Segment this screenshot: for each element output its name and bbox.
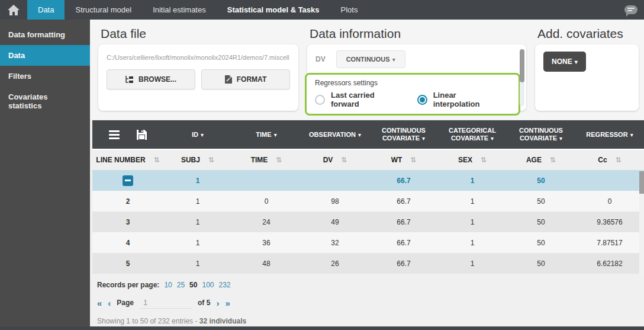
sidebar-item-data-formatting[interactable]: Data formatting xyxy=(0,24,90,45)
document-edit-icon xyxy=(225,75,232,84)
col-header-line-number[interactable]: LINE NUMBER⇅ xyxy=(92,156,163,164)
home-icon xyxy=(8,5,20,15)
top-navigation-bar: Data Structural model Initial estimates … xyxy=(0,0,644,20)
home-button[interactable] xyxy=(0,0,27,20)
col-header-subj[interactable]: SUBJ⇅ xyxy=(163,156,232,164)
dv-type-value: CONTINUOUS xyxy=(346,56,390,63)
showing-summary: Showing 1 to 50 of 232 entries - 32 indi… xyxy=(97,317,644,325)
chat-bubble-icon xyxy=(624,5,637,14)
records-per-page: Records per page: 10 25 50 100 232 xyxy=(97,281,644,289)
tab-statistical-model-tasks[interactable]: Statistical model & Tasks xyxy=(217,0,330,20)
dv-label: DV xyxy=(315,55,326,63)
add-covariates-value: NONE xyxy=(552,57,572,66)
type-dropdown-id[interactable]: ID▾ xyxy=(163,131,232,139)
first-page-button[interactable]: « xyxy=(97,298,102,308)
chevron-down-icon: ▾ xyxy=(274,132,277,138)
regressors-options: Last carried forward Linear interpolatio… xyxy=(315,91,511,108)
scrollbar-thumb[interactable] xyxy=(639,171,644,194)
chevron-down-icon: ▾ xyxy=(422,135,425,142)
regressors-settings-highlight: Regressors settings Last carried forward… xyxy=(305,73,520,116)
sort-icon[interactable]: ⇅ xyxy=(481,156,487,164)
tab-data[interactable]: Data xyxy=(27,0,65,20)
col-header-dv[interactable]: DV⇅ xyxy=(301,156,369,164)
dv-type-dropdown[interactable]: CONTINUOUS▾ xyxy=(336,50,405,68)
sort-icon[interactable]: ⇅ xyxy=(341,156,347,164)
records-option-100[interactable]: 100 xyxy=(202,281,214,289)
sort-icon[interactable]: ⇅ xyxy=(208,156,214,164)
sort-icon[interactable]: ⇅ xyxy=(154,156,160,164)
settings-cards-row: Data file C:/Users/celliere/lixoft/monol… xyxy=(90,20,644,119)
linear-interpolation-label[interactable]: Linear interpolation xyxy=(433,91,498,108)
table-scrollbar[interactable] xyxy=(639,171,644,275)
showing-text: Showing 1 to 50 of 232 entries - xyxy=(97,317,199,325)
type-dropdown-categorical-covariate[interactable]: CATEGORICAL COVARIATE▾ xyxy=(438,127,507,142)
previous-page-button[interactable]: ‹ xyxy=(108,298,111,308)
type-dropdown-regressor[interactable]: REGRESSOR▾ xyxy=(575,131,644,139)
type-dropdown-time[interactable]: TIME▾ xyxy=(232,131,301,139)
browse-button[interactable]: BROWSE... xyxy=(107,69,195,89)
col-header-sex[interactable]: SEX⇅ xyxy=(438,156,507,164)
topbar-spacer xyxy=(368,0,618,20)
collapse-row-button[interactable] xyxy=(123,175,133,186)
table-footer: Records per page: 10 25 50 100 232 « ‹ P… xyxy=(90,274,644,326)
chevron-down-icon: ▾ xyxy=(559,135,562,142)
type-dropdown-continuous-covariate-1[interactable]: CONTINUOUS COVARIATE▾ xyxy=(369,127,438,142)
add-covariates-title: Add. covariates xyxy=(537,27,639,41)
data-information-scrollbar[interactable] xyxy=(520,49,524,106)
col-header-wt[interactable]: WT⇅ xyxy=(369,156,438,164)
table-row[interactable]: 4 1 36 32 66.7 1 50 7.87517 xyxy=(92,232,644,253)
records-option-25[interactable]: 25 xyxy=(177,281,185,289)
sort-icon[interactable]: ⇅ xyxy=(410,156,416,164)
radio-linear-interpolation[interactable] xyxy=(417,95,427,105)
col-header-time[interactable]: TIME⇅ xyxy=(232,156,301,164)
next-page-button[interactable]: › xyxy=(216,298,219,308)
radio-last-carried-forward[interactable] xyxy=(315,95,325,105)
table-row[interactable]: 3 1 24 49 66.7 1 50 9.36576 xyxy=(92,212,644,232)
page-number-input[interactable] xyxy=(140,297,192,309)
column-type-header-row: ID▾ TIME▾ OBSERVATION▾ CONTINUOUS COVARI… xyxy=(92,120,644,149)
save-icon[interactable] xyxy=(137,130,147,140)
table-row[interactable]: 1 66.7 1 50 xyxy=(92,170,644,191)
data-information-section: Data information DV CONTINUOUS▾ Regresso… xyxy=(307,25,526,111)
pager: « ‹ Page of 5 › » xyxy=(97,297,644,309)
table-tools-cell xyxy=(92,120,163,149)
col-header-age[interactable]: AGE⇅ xyxy=(507,156,575,164)
add-covariates-card: NONE▾ xyxy=(535,44,639,111)
tab-plots[interactable]: Plots xyxy=(330,0,369,20)
col-header-cc[interactable]: Cc⇅ xyxy=(575,156,644,164)
data-table: ID▾ TIME▾ OBSERVATION▾ CONTINUOUS COVARI… xyxy=(92,120,644,274)
type-dropdown-continuous-covariate-2[interactable]: CONTINUOUS COVARIATE▾ xyxy=(507,127,575,142)
individuals-count: 32 individuals xyxy=(199,317,246,325)
records-option-10[interactable]: 10 xyxy=(164,281,172,289)
last-carried-forward-label[interactable]: Last carried forward xyxy=(331,91,398,108)
table-row[interactable]: 2 1 0 98 66.7 1 50 0 xyxy=(92,191,644,212)
sort-icon[interactable]: ⇅ xyxy=(276,156,282,164)
scrollbar-thumb[interactable] xyxy=(520,49,524,82)
chevron-down-icon: ▾ xyxy=(358,132,361,138)
menu-icon[interactable] xyxy=(109,130,120,139)
format-button[interactable]: FORMAT xyxy=(201,69,290,89)
sidebar-item-data[interactable]: Data xyxy=(0,45,90,66)
table-row[interactable]: 5 1 48 26 66.7 1 50 6.62182 xyxy=(92,253,644,274)
window-bottom-edge xyxy=(0,326,644,330)
sidebar-item-covariates-statistics[interactable]: Covariates statistics xyxy=(0,86,90,116)
add-covariates-dropdown[interactable]: NONE▾ xyxy=(543,52,586,72)
tab-initial-estimates[interactable]: Initial estimates xyxy=(142,0,217,20)
page-label: Page xyxy=(117,299,134,307)
type-dropdown-observation[interactable]: OBSERVATION▾ xyxy=(301,131,369,139)
sidebar-item-filters[interactable]: Filters xyxy=(0,66,90,86)
data-information-title: Data information xyxy=(310,27,526,41)
records-option-232[interactable]: 232 xyxy=(218,281,230,289)
tab-structural-model[interactable]: Structural model xyxy=(65,0,142,20)
data-file-card: C:/Users/celliere/lixoft/monolix/monolix… xyxy=(98,44,298,111)
content-shell: Data formatting Data Filters Covariates … xyxy=(0,20,644,326)
data-file-section: Data file C:/Users/celliere/lixoft/monol… xyxy=(98,25,298,111)
monolix-window: Data Structural model Initial estimates … xyxy=(0,0,644,330)
data-file-title: Data file xyxy=(101,27,298,41)
last-page-button[interactable]: » xyxy=(225,298,230,308)
records-option-50[interactable]: 50 xyxy=(189,281,197,289)
add-covariates-section: Add. covariates NONE▾ xyxy=(535,25,639,111)
sort-icon[interactable]: ⇅ xyxy=(550,156,556,164)
sort-icon[interactable]: ⇅ xyxy=(616,156,622,164)
feedback-button[interactable] xyxy=(618,0,644,20)
